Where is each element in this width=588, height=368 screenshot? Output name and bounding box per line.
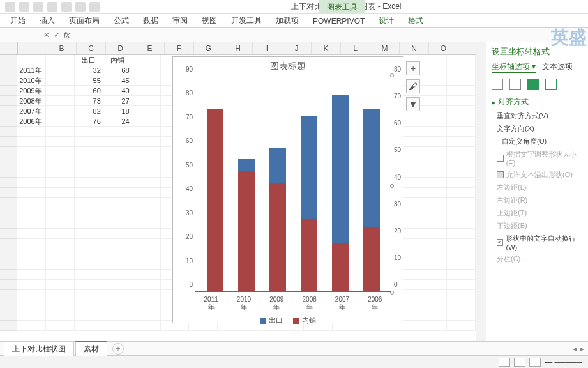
tab-data[interactable]: 数据 (137, 14, 165, 27)
col-header[interactable] (18, 42, 47, 54)
legend-swatch-icon (260, 318, 266, 324)
chart-styles-button[interactable]: 🖌 (406, 79, 420, 93)
checkbox-icon (497, 171, 504, 178)
qat-icon[interactable] (75, 2, 86, 12)
sheet-tab-active[interactable]: 素材 (75, 341, 107, 356)
enter-icon[interactable]: ✓ (54, 31, 60, 40)
col-header[interactable]: K (312, 42, 341, 54)
opt-right-margin: 右边距(R) (497, 195, 583, 205)
opt-wrap-text[interactable]: 形状中的文字自动换行(W) (497, 234, 583, 251)
chart-buttons: + 🖌 ▼ (406, 61, 420, 111)
qat-icon[interactable] (89, 2, 100, 12)
tab-chart-design[interactable]: 设计 (372, 14, 400, 27)
column-headers: B C D E F G H I J K L M N O (0, 42, 476, 55)
qat-redo-icon[interactable] (33, 2, 43, 12)
tab-formula[interactable]: 公式 (107, 14, 135, 27)
opt-left-margin: 左边距(L) (497, 183, 583, 192)
sheet-tab[interactable]: 上下对比柱状图 (4, 342, 74, 356)
opt-overflow: 允许文本溢出形状(Q) (497, 170, 583, 180)
col-header[interactable]: E (135, 42, 165, 54)
size-props-icon[interactable] (527, 79, 539, 90)
tab-home[interactable]: 开始 (4, 14, 32, 27)
qat-icon[interactable] (47, 2, 57, 12)
opt-columns: 分栏(C)… (497, 254, 583, 264)
chart-elements-button[interactable]: + (406, 61, 420, 75)
col-header[interactable]: J (282, 42, 312, 54)
col-header[interactable]: G (194, 42, 223, 54)
col-header[interactable]: M (370, 42, 400, 54)
cancel-icon[interactable]: ✕ (43, 31, 50, 40)
col-header[interactable]: H (223, 42, 253, 54)
opt-bottom-margin: 下边距(B) (497, 221, 583, 231)
select-all-corner[interactable] (0, 42, 18, 54)
fill-icon[interactable] (492, 79, 503, 90)
formula-bar: ✕ ✓ fx (0, 28, 588, 42)
qat-icon[interactable] (61, 2, 72, 12)
section-alignment[interactable]: ▸对齐方式 (492, 96, 583, 107)
opt-custom-angle[interactable]: 自定义角度(U) (497, 137, 583, 146)
ribbon-tabs: 开始 插入 页面布局 公式 数据 审阅 视图 开发工具 加载项 POWERPIV… (0, 14, 588, 28)
pane-title: 设置坐标轴格式 (492, 46, 583, 57)
chart-filters-button[interactable]: ▼ (406, 97, 420, 111)
status-bar: — ───── (0, 355, 588, 368)
checkbox-icon (497, 239, 503, 246)
fx-label[interactable]: fx (64, 31, 70, 40)
chevron-down-icon: ▸ (492, 98, 495, 107)
chart-object[interactable]: 图表标题 01020304050607080900102030405060708… (172, 56, 403, 323)
quick-access-toolbar (0, 2, 105, 12)
brush-icon: 🖌 (409, 81, 418, 91)
opt-text-direction[interactable]: 文字方向(X) (497, 124, 583, 134)
col-header[interactable]: D (106, 42, 135, 54)
view-pagebreak-button[interactable] (529, 358, 541, 367)
opt-top-margin: 上边距(T) (497, 208, 583, 218)
col-header[interactable]: B (47, 42, 77, 54)
pane-tab-axis-options[interactable]: 坐标轴选项 ▾ (492, 61, 536, 73)
col-header[interactable]: L (341, 42, 370, 54)
pane-tab-text-options[interactable]: 文本选项 (542, 61, 573, 73)
sheet-tab-bar: 上下对比柱状图 素材 + ◂▸ (0, 341, 588, 355)
format-axis-pane: 设置坐标轴格式 坐标轴选项 ▾ 文本选项 ▸对齐方式 垂直对齐方式(V) 文字方… (486, 42, 588, 341)
col-header[interactable]: O (429, 42, 458, 54)
effects-icon[interactable] (509, 79, 521, 90)
tab-powerpivot[interactable]: POWERPIVOT (306, 15, 371, 27)
legend-label: 内销 (302, 316, 316, 325)
zoom-slider[interactable]: — ───── (545, 358, 582, 367)
view-normal-button[interactable] (499, 358, 510, 367)
chart-x-labels: 2011年2010年2009年2008年2007年2006年 (173, 295, 403, 312)
secondary-axis-selection[interactable] (390, 73, 395, 295)
funnel-icon: ▼ (409, 99, 418, 109)
legend-swatch-icon (293, 318, 299, 324)
chart-plot-area[interactable]: 010203040506070809001020304050607080 (195, 76, 391, 292)
col-header[interactable]: C (77, 42, 106, 54)
title-bar: 上下对比柱状图商务图表 - Excel 图表工具 (0, 0, 588, 14)
tab-layout[interactable]: 页面布局 (63, 14, 106, 27)
tab-insert[interactable]: 插入 (33, 14, 61, 27)
tab-chart-format[interactable]: 格式 (402, 14, 430, 27)
tab-view[interactable]: 视图 (195, 14, 223, 27)
opt-vertical-align[interactable]: 垂直对齐方式(V) (497, 111, 583, 121)
opt-resize-shape: 根据文字调整形状大小(E) (497, 150, 583, 167)
qat-undo-icon[interactable] (19, 2, 29, 12)
chart-title[interactable]: 图表标题 (173, 57, 403, 73)
plus-icon: + (411, 63, 416, 73)
col-header[interactable]: I (253, 42, 282, 54)
add-sheet-button[interactable]: + (112, 343, 124, 355)
legend-label: 出口 (269, 316, 283, 325)
worksheet[interactable]: B C D E F G H I J K L M N O 出口内销2011年326… (0, 42, 476, 341)
tab-addins[interactable]: 加载项 (269, 14, 305, 27)
col-header[interactable]: F (165, 42, 194, 54)
tab-dev[interactable]: 开发工具 (225, 14, 268, 27)
col-header[interactable]: N (400, 42, 429, 54)
checkbox-icon (497, 155, 504, 162)
chart-legend[interactable]: 出口 内销 (173, 312, 403, 328)
vertical-scrollbar[interactable] (476, 42, 486, 341)
tab-review[interactable]: 审阅 (166, 14, 194, 27)
axis-options-icon[interactable] (545, 79, 557, 90)
horizontal-scroll[interactable]: ◂▸ (573, 344, 584, 353)
view-layout-button[interactable] (514, 358, 525, 367)
qat-save-icon[interactable] (5, 2, 15, 12)
chart-tools-context: 图表工具 (319, 0, 365, 14)
